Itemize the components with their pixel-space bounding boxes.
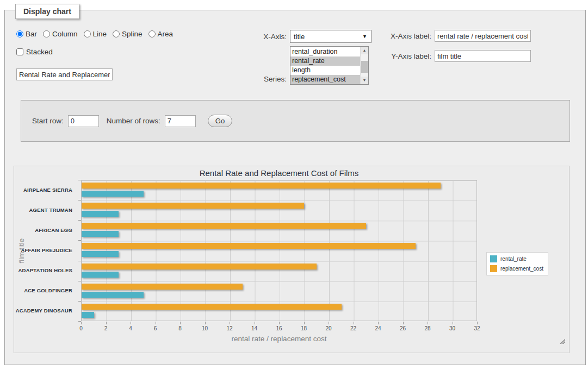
bar-replacement_cost-academy-dinosaur	[82, 304, 342, 310]
y-axis-label-input[interactable]	[435, 50, 531, 62]
category-label: AFRICAN EGG	[14, 227, 72, 233]
radio-label: Line	[93, 30, 107, 38]
x-tick-label: 6	[147, 325, 164, 331]
panel-title: Display chart	[15, 4, 79, 19]
x-tick-label: 14	[246, 325, 263, 331]
x-axis-select[interactable]: title ▼	[290, 30, 372, 43]
radio-label: Area	[158, 30, 174, 38]
x-tick-label: 24	[370, 325, 386, 331]
series-option-rental_rate[interactable]: rental_rate	[290, 57, 360, 66]
start-row-input[interactable]	[68, 115, 99, 127]
num-rows-input[interactable]	[165, 115, 196, 127]
chart-title-input[interactable]	[16, 68, 113, 80]
x-tick-mark	[180, 322, 181, 324]
bar-rental_rate-adaptation-holes	[82, 272, 119, 278]
x-tick-label: 8	[172, 325, 188, 331]
x-tick-mark	[205, 322, 206, 324]
display-chart-panel: Display chart BarColumnLineSplineArea St…	[4, 10, 586, 365]
bar-rental_rate-airplane-sierra	[82, 191, 144, 197]
y-tick-mark	[78, 301, 81, 302]
stacked-label: Stacked	[26, 48, 53, 56]
category-label: ADAPTATION HOLES	[14, 267, 72, 273]
category-label: AFFAIR PREJUDICE	[14, 247, 72, 253]
category-label: ACE GOLDFINGER	[14, 287, 72, 293]
radio-spline[interactable]: Spline	[113, 30, 143, 38]
radio-spline-input[interactable]	[113, 30, 120, 37]
series-scrollbar[interactable]: ▲ ▼	[360, 47, 368, 84]
x-tick-mark	[453, 322, 453, 324]
chart-container: Rental Rate and Replacement Cost of Film…	[14, 166, 570, 353]
go-button[interactable]: Go	[208, 115, 232, 127]
bar-rental_rate-agent-truman	[82, 211, 119, 217]
bar-replacement_cost-affair-prejudice	[82, 243, 416, 249]
chart-type-radios: BarColumnLineSplineArea	[16, 30, 173, 38]
category-label: AIRPLANE SIERRA	[14, 187, 72, 193]
y-tick-mark	[78, 180, 81, 180]
x-tick-mark	[354, 322, 354, 324]
x-tick-label: 20	[320, 325, 337, 331]
x-tick-mark	[477, 322, 478, 324]
legend-item-replacement_cost[interactable]: replacement_cost	[490, 265, 543, 272]
x-tick-mark	[378, 322, 379, 324]
x-tick-mark	[329, 322, 329, 324]
x-tick-label: 28	[419, 325, 436, 331]
bar-rental_rate-academy-dinosaur	[82, 312, 94, 318]
radio-bar-input[interactable]	[16, 30, 23, 37]
x-axis-label-label: X-Axis label:	[385, 32, 431, 40]
category-label: AGENT TRUMAN	[14, 207, 72, 213]
stacked-checkbox-row[interactable]: Stacked	[16, 48, 53, 56]
y-tick-mark	[78, 240, 81, 241]
category-axis-labels: AIRPLANE SIERRAAGENT TRUMANAFRICAN EGGAF…	[14, 180, 77, 321]
y-tick-mark	[78, 220, 81, 221]
y-tick-mark	[78, 200, 81, 200]
radio-label: Bar	[26, 30, 37, 38]
series-option-replacement_cost[interactable]: replacement_cost	[290, 75, 360, 84]
series-listbox[interactable]: rental_durationrental_ratelengthreplacem…	[290, 46, 369, 85]
radio-line-input[interactable]	[84, 30, 91, 37]
y-tick-mark	[78, 261, 81, 261]
scroll-up-icon[interactable]: ▲	[361, 47, 368, 54]
x-tick-mark	[106, 322, 107, 324]
bar-replacement_cost-adaptation-holes	[82, 264, 317, 269]
radio-column[interactable]: Column	[43, 30, 78, 38]
radio-label: Spline	[122, 30, 143, 38]
x-tick-label: 4	[122, 325, 139, 331]
chart-legend: rental_ratereplacement_cost	[486, 252, 548, 275]
series-field-row: Series: rental_durationrental_ratelength…	[244, 46, 369, 85]
x-tick-mark	[304, 322, 305, 324]
bar-replacement_cost-ace-goldfinger	[82, 284, 243, 290]
x-tick-mark	[428, 322, 428, 324]
row-controls-box: Start row: Number of rows: Go	[21, 100, 570, 142]
radio-bar[interactable]: Bar	[16, 30, 37, 38]
scroll-down-icon[interactable]: ▼	[361, 77, 368, 84]
x-tick-label: 16	[271, 325, 287, 331]
x-tick-mark	[131, 322, 131, 324]
x-tick-label: 26	[395, 325, 411, 331]
series-option-length[interactable]: length	[290, 66, 360, 75]
start-row-label: Start row:	[32, 117, 64, 125]
chart-title: Rental Rate and Replacement Cost of Film…	[81, 168, 477, 178]
y-tick-mark	[78, 281, 81, 281]
scrollbar-thumb[interactable]	[361, 61, 368, 73]
x-axis-selected-value: title	[294, 33, 305, 41]
legend-item-rental_rate[interactable]: rental_rate	[490, 255, 543, 262]
resize-handle-icon[interactable]	[559, 338, 565, 344]
radio-line[interactable]: Line	[84, 30, 107, 38]
bar-replacement_cost-airplane-sierra	[82, 183, 441, 189]
series-option-rental_duration[interactable]: rental_duration	[290, 47, 360, 57]
bar-replacement_cost-agent-truman	[82, 203, 304, 209]
x-tick-label: 0	[73, 325, 89, 331]
stacked-checkbox[interactable]	[16, 48, 23, 55]
x-tick-label: 2	[98, 325, 114, 331]
x-axis-label-row: X-Axis label:	[385, 30, 531, 42]
x-axis-label-input[interactable]	[435, 30, 531, 42]
radio-column-input[interactable]	[43, 30, 50, 37]
x-tick-mark	[255, 322, 255, 324]
x-tick-mark	[230, 322, 230, 324]
legend-label: replacement_cost	[500, 266, 543, 272]
y-axis-label-label: Y-Axis label:	[385, 52, 431, 60]
x-tick-label: 12	[221, 325, 238, 331]
radio-area[interactable]: Area	[148, 30, 174, 38]
x-tick-mark	[81, 322, 82, 324]
radio-area-input[interactable]	[148, 30, 156, 37]
